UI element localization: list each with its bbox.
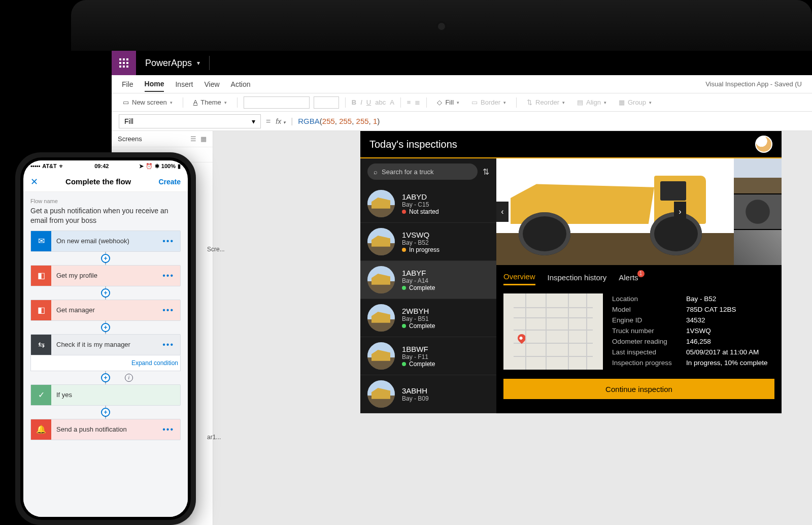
flow-step-icon: ◧ bbox=[31, 266, 51, 286]
truck-bay: Bay - B51 bbox=[402, 315, 435, 322]
spec-row: LocationBay - B52 bbox=[612, 293, 774, 304]
group-label: Group bbox=[628, 99, 646, 106]
thumbnail[interactable] bbox=[734, 194, 782, 229]
document-name: Visual Inspection App - Saved (U bbox=[705, 80, 802, 88]
truck-list-panel: ⌕ Search for a truck ⇅ 1ABYDBay - C15Not… bbox=[360, 158, 496, 413]
truck-thumbnail bbox=[367, 342, 395, 370]
app-title: Today's inspections bbox=[369, 139, 457, 150]
font-selector[interactable] bbox=[244, 96, 310, 109]
thumbnail[interactable] bbox=[734, 158, 782, 193]
continue-inspection-button[interactable]: Continue inspection bbox=[503, 379, 774, 399]
formula-arg: 255 bbox=[322, 117, 335, 125]
add-step-button[interactable]: + bbox=[101, 323, 110, 332]
sort-icon[interactable]: ⇅ bbox=[483, 167, 489, 177]
theme-button[interactable]: A Theme ▾ bbox=[189, 96, 231, 108]
close-icon[interactable]: ✕ bbox=[30, 176, 38, 187]
flow-step[interactable]: 🔔Send a push notification••• bbox=[30, 419, 181, 440]
tab-alerts[interactable]: Alerts1 bbox=[619, 273, 638, 285]
flow-step[interactable]: ✉On new email (webhook)••• bbox=[30, 231, 181, 252]
hero-prev-button[interactable]: ‹ bbox=[496, 202, 509, 222]
truck-status: Complete bbox=[402, 360, 435, 368]
spec-value: 146,258 bbox=[686, 338, 711, 345]
fill-button[interactable]: ◇ Fill ▾ bbox=[433, 96, 463, 108]
app-header: Today's inspections bbox=[360, 131, 782, 158]
location-map[interactable] bbox=[503, 293, 603, 370]
app-title[interactable]: PowerApps ▾ bbox=[136, 58, 209, 69]
truck-list-item[interactable]: 2WBYHBay - B51Complete bbox=[360, 299, 496, 337]
ribbon-commands: ▭ New screen ▾ A Theme ▾ B I U abc A ≡ ≣ bbox=[112, 93, 812, 112]
spec-label: Inspection progress bbox=[612, 359, 678, 367]
search-input[interactable]: ⌕ Search for a truck bbox=[367, 163, 478, 180]
menu-home[interactable]: Home bbox=[145, 77, 164, 92]
tree-item-truncated: ar1... bbox=[195, 431, 227, 444]
property-name: Fill bbox=[124, 117, 133, 125]
info-icon[interactable]: i bbox=[125, 374, 133, 382]
flow-connector: + bbox=[30, 321, 181, 334]
formula-expression[interactable]: RGBA(255, 255, 255, 1) bbox=[298, 117, 380, 126]
hero-next-button[interactable]: › bbox=[674, 202, 686, 222]
tree-list-icon[interactable]: ☰ bbox=[190, 135, 196, 143]
menu-file[interactable]: File bbox=[122, 77, 133, 91]
menu-action[interactable]: Action bbox=[231, 77, 251, 91]
status-dot-icon bbox=[402, 324, 406, 328]
user-avatar[interactable] bbox=[755, 136, 772, 153]
chevron-down-icon: ▾ bbox=[170, 100, 173, 105]
flow-step[interactable]: ⇆Check if it is my manager••• bbox=[30, 334, 181, 355]
truck-list-item[interactable]: 1ABYDBay - C15Not started bbox=[360, 185, 496, 223]
spec-value: 1VSWQ bbox=[686, 327, 711, 335]
tab-inspection-history[interactable]: Inspection history bbox=[548, 273, 607, 285]
flow-step[interactable]: ◧Get manager••• bbox=[30, 300, 181, 321]
add-step-button[interactable]: + bbox=[101, 288, 110, 298]
truck-id: 1BBWF bbox=[402, 345, 435, 353]
truck-list-item[interactable]: 3ABHHBay - B09 bbox=[360, 375, 496, 413]
flow-step[interactable]: ◧Get my profile••• bbox=[30, 265, 181, 286]
more-icon[interactable]: ••• bbox=[156, 306, 180, 315]
more-icon[interactable]: ••• bbox=[156, 271, 180, 280]
fill-label: Fill bbox=[445, 99, 454, 106]
canvas-area[interactable]: Scre... ar1... Today's inspections ⌕ bbox=[213, 131, 812, 525]
new-screen-button[interactable]: ▭ New screen ▾ bbox=[119, 96, 177, 108]
align-icon: ≡ bbox=[407, 99, 411, 106]
flow-step[interactable]: ✓If yes bbox=[30, 384, 181, 406]
add-step-button[interactable]: + bbox=[101, 408, 110, 417]
wifi-icon: ᯤ bbox=[59, 163, 64, 169]
property-selector[interactable]: Fill ▾ bbox=[119, 114, 261, 128]
tab-overview[interactable]: Overview bbox=[503, 272, 535, 285]
spec-value: 785D CAT 12BS bbox=[686, 306, 736, 313]
separator bbox=[237, 97, 238, 108]
laptop-camera bbox=[438, 23, 445, 30]
more-icon[interactable]: ••• bbox=[156, 237, 180, 246]
truck-bay: Bay - C15 bbox=[402, 201, 439, 208]
spec-value: Bay - B52 bbox=[686, 295, 716, 303]
create-button[interactable]: Create bbox=[158, 178, 181, 186]
fx-button[interactable]: fx ▾ bbox=[276, 117, 286, 125]
detail-tabs: OverviewInspection historyAlerts1 bbox=[496, 265, 782, 288]
flow-step-icon: ⇆ bbox=[31, 335, 51, 355]
status-dot-icon bbox=[402, 286, 406, 290]
phone-inner: ••••• AT&T ᯤ 09:42 ➤ ⏰ ✱ 100% ▮ ✕ Comple… bbox=[20, 157, 191, 520]
truck-list-item[interactable]: 1ABYFBay - A14Complete bbox=[360, 261, 496, 299]
separator bbox=[345, 97, 346, 108]
tree-grid-icon[interactable]: ▦ bbox=[200, 135, 207, 143]
spec-label: Location bbox=[612, 295, 678, 303]
menu-view[interactable]: View bbox=[204, 77, 219, 91]
expand-condition-link[interactable]: Expand condition bbox=[30, 355, 181, 371]
group-button: ▦ Group ▾ bbox=[615, 96, 656, 108]
screens-header: Screens ☰▦ bbox=[112, 131, 213, 147]
more-icon[interactable]: ••• bbox=[156, 425, 180, 434]
truck-bay: Bay - F11 bbox=[402, 353, 435, 360]
spec-row: Last inspected05/09/2017 at 11:00 AM bbox=[612, 347, 774, 357]
truck-list-item[interactable]: 1BBWFBay - F11Complete bbox=[360, 337, 496, 375]
thumbnail[interactable] bbox=[734, 230, 782, 265]
align-group-icon: ▤ bbox=[577, 99, 583, 106]
spec-value: 05/09/2017 at 11:00 AM bbox=[686, 348, 759, 356]
status-time: 09:42 bbox=[94, 163, 109, 169]
app-preview: Today's inspections ⌕ Search for a truck… bbox=[360, 131, 782, 413]
add-step-button[interactable]: + bbox=[101, 373, 110, 382]
truck-list-item[interactable]: 1VSWQBay - B52In progress bbox=[360, 223, 496, 261]
more-icon[interactable]: ••• bbox=[156, 340, 180, 349]
add-step-button[interactable]: + bbox=[101, 254, 110, 263]
waffle-icon[interactable] bbox=[112, 51, 136, 75]
font-size-selector[interactable] bbox=[314, 96, 339, 109]
menu-insert[interactable]: Insert bbox=[175, 77, 193, 91]
